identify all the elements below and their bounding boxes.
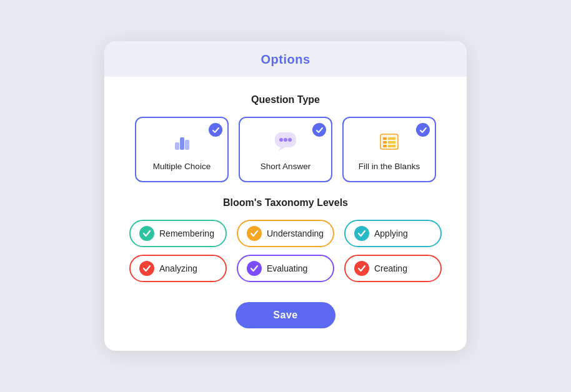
selected-check-fill-blanks [416,123,430,137]
question-type-short-answer[interactable]: Short Answer [239,117,332,182]
taxonomy-remembering[interactable]: Remembering [129,220,227,247]
analyzing-check-icon [139,261,154,276]
applying-label: Applying [374,228,408,238]
short-answer-label: Short Answer [261,162,310,171]
analyzing-label: Analyzing [159,263,197,273]
list-icon [375,128,403,155]
svg-rect-1 [180,137,184,150]
svg-rect-10 [383,141,387,144]
svg-rect-9 [383,137,387,140]
svg-rect-2 [185,140,189,150]
selected-check-short-answer [312,123,326,137]
svg-point-5 [284,138,287,142]
question-type-section: Question Type Multiple Choice [104,77,467,182]
modal-title: Options [261,52,310,66]
save-button[interactable]: Save [236,302,335,328]
remembering-check-icon [139,226,154,241]
svg-rect-13 [388,141,395,144]
chat-icon [272,128,299,155]
creating-label: Creating [374,263,407,273]
svg-rect-0 [175,142,179,150]
save-area: Save [104,302,467,328]
multiple-choice-label: Multiple Choice [153,162,211,171]
question-type-multiple-choice[interactable]: Multiple Choice [135,117,229,182]
question-type-list: Multiple Choice Short Answer [129,117,442,182]
svg-rect-12 [388,137,395,140]
taxonomy-creating[interactable]: Creating [344,255,442,282]
taxonomy-grid: Remembering Understanding Applying [129,220,442,282]
svg-rect-11 [383,145,387,147]
understanding-check-icon [247,226,262,241]
applying-check-icon [354,226,369,241]
remembering-label: Remembering [159,228,214,238]
question-type-fill-blanks[interactable]: Fill in the Blanks [342,117,436,182]
taxonomy-section: Bloom's Taxonomy Levels Remembering Unde… [104,182,467,282]
svg-point-4 [279,138,283,142]
taxonomy-analyzing[interactable]: Analyzing [129,255,227,282]
evaluating-check-icon [247,261,262,276]
taxonomy-understanding[interactable]: Understanding [237,220,334,247]
options-modal: Options Question Type Multiple Choice [104,41,467,351]
bar-chart-icon [168,128,196,155]
modal-header: Options [104,41,467,77]
taxonomy-applying[interactable]: Applying [344,220,442,247]
evaluating-label: Evaluating [267,263,307,273]
creating-check-icon [354,261,369,276]
selected-check-multiple-choice [209,123,222,137]
fill-blanks-label: Fill in the Blanks [359,162,420,171]
question-type-title: Question Type [129,94,442,105]
understanding-label: Understanding [267,228,324,238]
taxonomy-evaluating[interactable]: Evaluating [237,255,334,282]
taxonomy-title: Bloom's Taxonomy Levels [129,197,442,208]
svg-point-6 [288,138,292,142]
svg-rect-14 [388,145,395,147]
